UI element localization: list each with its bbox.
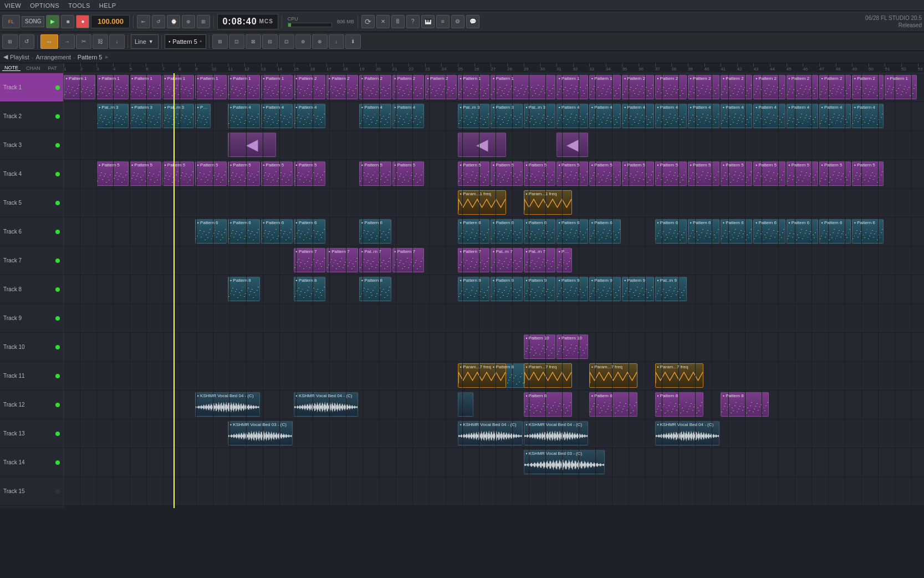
track-led-4[interactable] <box>55 172 60 176</box>
track-row-11[interactable]: ▪ Pattern 8▪ Param...7 freq▪ Param...7 f… <box>64 362 924 391</box>
pattern-block[interactable]: ▪ Pattern 1 <box>458 75 489 99</box>
pattern-block[interactable]: ▪ Pattern 4 <box>294 104 325 128</box>
logo-button[interactable]: FL <box>2 15 20 28</box>
pattern-block[interactable]: ▪ Pattern 5 <box>819 161 851 186</box>
pattern-block[interactable] <box>458 392 473 417</box>
pattern-block[interactable]: ▪ Param...7 freq <box>589 363 637 388</box>
track-row-5[interactable]: ▪ Param...1 freq▪ Param...1 freq <box>64 189 924 217</box>
pattern-block[interactable]: ▪ Pattern 7 <box>392 248 424 272</box>
pattern-block[interactable]: ▪ Pattern 1 <box>885 75 916 99</box>
track-label-3[interactable]: Track 3 <box>0 131 63 160</box>
track-led-10[interactable] <box>55 345 60 349</box>
pattern-block[interactable]: ▪ Pattern 5 <box>162 161 194 186</box>
record-button[interactable]: ● <box>76 15 89 28</box>
pattern-block[interactable]: ▪ Pattern 9 <box>589 277 621 301</box>
pattern-block[interactable]: ▪ Pattern 6 <box>655 219 687 244</box>
pattern-block[interactable]: ▪ Pat..rn 3 <box>524 104 555 128</box>
tb2-group-btn8[interactable]: ↓ <box>329 34 344 49</box>
pattern-block[interactable]: ▪ Pat..rn 7 <box>491 248 522 272</box>
pattern-block[interactable]: ▪ Pattern 6 <box>195 219 227 244</box>
track-label-9[interactable]: Track 9 <box>0 304 63 333</box>
pattern-block[interactable]: ▪ Pattern 3 <box>491 104 522 128</box>
pattern-draw-btn[interactable]: ▪▪ <box>40 34 58 49</box>
pattern-block[interactable]: ▪ Pattern 5 <box>359 161 391 186</box>
play-button[interactable]: ▶ <box>46 15 59 28</box>
pattern-block[interactable]: ▪ Param...1 freq <box>458 190 506 215</box>
pattern-block[interactable]: ▪ Pattern 8 <box>589 392 637 417</box>
pattern-block[interactable]: ▪ Pattern 7 <box>326 248 358 272</box>
tb2-group-btn6[interactable]: ⊕ <box>295 34 311 49</box>
pattern-block[interactable]: ▪ Pattern 6 <box>721 219 752 244</box>
pattern-select[interactable]: ▪ Pattern 5 + <box>165 34 206 49</box>
pattern-block[interactable]: ▪ Pattern 5 <box>753 161 785 186</box>
track-led-1[interactable] <box>55 85 60 90</box>
tb2-group-btn9[interactable]: ⬇ <box>345 34 361 49</box>
pattern-block[interactable]: ▪ Pattern 2 <box>787 75 818 99</box>
track-label-7[interactable]: Track 7 <box>0 246 63 275</box>
pattern-block[interactable]: ▪ Pattern 1 <box>491 75 555 99</box>
paint-btn[interactable]: → <box>59 34 75 49</box>
pattern-block[interactable]: ▪ Pattern 1 <box>589 75 621 99</box>
pattern-block[interactable]: ▪ Pat..rn 3 <box>458 104 489 128</box>
track-label-10[interactable]: Track 10 <box>0 333 63 362</box>
pattern-block[interactable]: ▪ Pat..rn 3 <box>96 104 128 128</box>
pattern-block[interactable]: ▪ Pattern 6 <box>524 219 555 244</box>
track-label-15[interactable]: Track 15 <box>0 477 63 506</box>
pattern-block[interactable]: ▪ Pattern 4 <box>721 104 752 128</box>
pattern-block[interactable]: ▪ Pattern 6 <box>294 219 325 244</box>
pattern-block[interactable]: ▪ Pattern 2 <box>359 75 391 99</box>
track-row-2[interactable]: ▪ Pat..rn 3▪ Pattern 3▪ Pat..rn 3▪ Pa..n… <box>64 102 924 131</box>
pattern-block[interactable]: ▪ KSHMR Vocal Bed 03 - (C) <box>524 450 605 474</box>
pattern-block[interactable]: ▪ Pattern 4 <box>622 104 654 128</box>
pattern-block[interactable]: ◀ <box>228 133 276 157</box>
pattern-block[interactable]: ▪ Pattern 4 <box>392 104 424 128</box>
pattern-block[interactable]: ▪ Pattern 2 <box>819 75 851 99</box>
playlist-btn[interactable]: ⊞ <box>2 34 18 49</box>
tb2-group-btn2[interactable]: ⊡ <box>229 34 244 49</box>
browser-button[interactable]: ≡ <box>436 15 450 28</box>
track-label-11[interactable]: Track 11 <box>0 362 63 391</box>
pattern-block[interactable]: ▪ Pattern 2 <box>688 75 719 99</box>
track-led-12[interactable] <box>55 403 60 407</box>
select-btn[interactable]: ⛓ <box>93 34 108 49</box>
pattern-block[interactable]: ▪ Pattern 2 <box>326 75 358 99</box>
mixer-button[interactable]: 🎚 <box>391 15 405 28</box>
tb2-group-btn7[interactable]: ⊗ <box>312 34 328 49</box>
track-led-14[interactable] <box>55 460 60 465</box>
track-label-6[interactable]: Track 6 <box>0 217 63 246</box>
pattern-block[interactable]: ▪ KSHMR Vocal Bed 04 - (C) <box>195 392 260 417</box>
menu-view[interactable]: VIEW <box>2 2 23 9</box>
tb2-group-btn5[interactable]: ⊡ <box>279 34 294 49</box>
track-row-10[interactable]: ▪ Pattern 10▪ Pattern 10 <box>64 333 924 362</box>
pattern-block[interactable]: ▪ Param...7 freq <box>458 363 506 388</box>
pattern-block[interactable]: ▪ Pattern 5 <box>655 161 687 186</box>
track-led-6[interactable] <box>55 230 60 234</box>
pattern-block[interactable]: ▪ Pattern 6 <box>787 219 818 244</box>
menu-tools[interactable]: TOOLS <box>66 2 93 9</box>
pattern-block[interactable]: ▪ Pattern 5 <box>557 161 588 186</box>
song-mode-button[interactable]: SONG <box>22 16 44 27</box>
pattern-block[interactable]: ▪ Pattern 4 <box>787 104 818 128</box>
pattern-block[interactable]: ▪ Pattern 9 <box>491 277 522 301</box>
pattern-block[interactable]: ▪ Pattern 9 <box>622 277 654 301</box>
pattern-block[interactable]: ▪ Pattern 5 <box>589 161 621 186</box>
pattern-block[interactable]: ▪ Pattern 5 <box>787 161 818 186</box>
pattern-block[interactable]: ▪ Pattern 9 <box>524 277 555 301</box>
pattern-block[interactable]: ▪ Pattern 1 <box>64 75 95 99</box>
pattern-block[interactable]: ▪ Pattern 8 <box>294 277 325 301</box>
pattern-block[interactable]: ▪ Pattern 8 <box>524 392 572 417</box>
pattern-block[interactable]: ▪ Pattern 6 <box>688 219 719 244</box>
pattern-block[interactable]: ▪ Pat..rn 7 <box>524 248 555 272</box>
pattern-block[interactable]: ▪ Pattern 2 <box>622 75 654 99</box>
pattern-block[interactable]: ▪ Param...7 freq <box>524 363 572 388</box>
tb2-group-btn1[interactable]: ⊞ <box>212 34 228 49</box>
pattern-block[interactable]: ▪ KSHMR Vocal Bed 03 - (C) <box>228 421 293 445</box>
pattern-block[interactable]: ▪ Pattern 4 <box>228 104 259 128</box>
pattern-block[interactable]: ▪ Pattern 1 <box>261 75 293 99</box>
pattern-block[interactable]: ▪ Pattern 5 <box>458 161 489 186</box>
pattern-block[interactable]: ▪ Pattern 5 <box>294 161 325 186</box>
pattern-block[interactable]: ▪ Pattern 5 <box>130 161 161 186</box>
pattern-block[interactable]: ▪ Pattern 5 <box>721 161 752 186</box>
pattern-block[interactable]: ▪ KSHMR Vocal Bed 04 - (C) <box>524 421 589 445</box>
pattern-block[interactable]: ▪ Pat..rn 9 <box>655 277 687 301</box>
